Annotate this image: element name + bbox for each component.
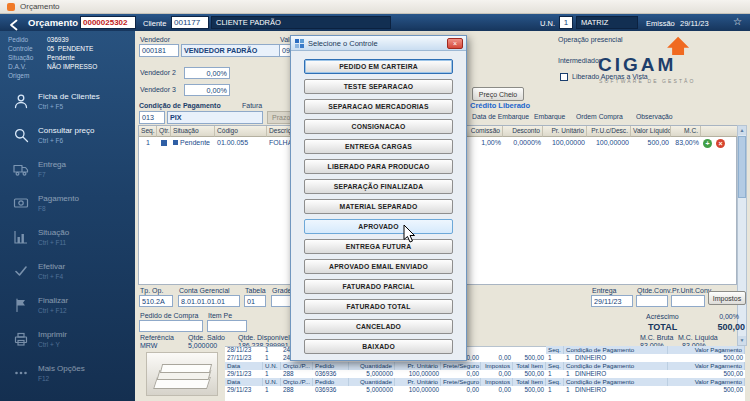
vendedor2-pct-field[interactable]: 0,00% [184,67,230,79]
cell: 0,00 [441,370,481,378]
option-baixado[interactable]: BAIXADO [304,339,453,354]
scroll-down-icon[interactable]: ▼ [738,336,746,345]
cell: 288 [281,370,313,378]
cell: 036936 [313,386,349,394]
option-faturado-parcial[interactable]: FATURADO PARCIAL [304,279,453,294]
pedido-compra-field[interactable] [139,320,203,332]
scroll-up-icon[interactable]: ▲ [738,126,746,135]
sidebar-item-efetivar[interactable]: EfetivarCtrl + F4 [0,255,135,289]
sidebar-item-entrega[interactable]: EntregaF7 [0,153,135,187]
cell: Frete/Seguro [441,362,481,370]
order-number-field[interactable]: 0000025302 [80,16,136,29]
vendedor3-pct-field[interactable]: 0,00% [184,84,230,96]
sidebar-item-ficha-de-clientes[interactable]: Ficha de ClientesCtrl + F5 [0,85,135,119]
cell: Embarque [532,113,574,120]
cell: Seq. [546,362,564,370]
option-pedido-em-carteira[interactable]: PEDIDO EM CARTEIRA [304,59,453,74]
remove-item-icon[interactable]: × [716,139,725,148]
option-cancelado[interactable]: CANCELADO [304,319,453,334]
cell [513,346,546,354]
item-pe-field[interactable] [207,320,247,332]
payment-header-cells: Seq.Condição de PagamentoValor Pagamento [546,378,745,386]
cell: Valor Pagamento [668,346,745,354]
vendedor-code-field[interactable]: 000181 [139,44,179,57]
option-faturado-total[interactable]: FATURADO TOTAL [304,299,453,314]
favorite-star-icon[interactable]: ☆ [733,16,742,27]
condicao-name-field[interactable]: PIX [167,111,263,124]
cell: 29/11/23 [225,370,263,378]
history-data-cells: 29/11/2312880369365,000000100,000000,000… [225,370,546,378]
entrega-field[interactable]: 29/11/23 [591,295,633,307]
preco-cheio-button[interactable]: Preço Cheio [472,87,524,101]
liberado-vista-checkbox[interactable] [560,73,568,81]
cigam-brand-text: CIGAM [598,54,676,76]
cell: 1 [263,346,281,354]
sidebar-item-consultar-preco[interactable]: Consultar preçoCtrl + F6 [0,119,135,153]
control-select-dialog: Selecione o Controle × PEDIDO EM CARTEIR… [290,35,467,361]
scrollbar-thumb[interactable] [738,136,746,198]
sidebar-item-imprimir[interactable]: ImprimirCtrl + Y [0,323,135,357]
acrescimo-label: Acréscimo [646,313,679,320]
cell-valor-liquido: 500,00 [631,137,671,149]
cell [481,346,513,354]
cell: 5,000000 [349,386,395,394]
option-material-separado[interactable]: MATERIAL SEPARADO [304,199,453,214]
tabela-field[interactable]: 01 [244,295,266,307]
controle-value: 05 PENDENTE [47,45,93,52]
check-icon [13,263,29,279]
cliente-code-field[interactable]: 001177 [171,16,209,29]
chart-icon [13,229,29,245]
cell: Pedido [313,362,349,370]
cell: 0,00 [481,370,513,378]
sidebar-menu: Ficha de ClientesCtrl + F5 Consultar pre… [0,85,135,391]
tp-op-field[interactable]: 510.2A [139,295,173,307]
sidebar-item-mais-opcoes[interactable]: Mais OpçõesF12 [0,357,135,391]
qtde-conv-field[interactable] [636,295,668,307]
pedido-compra-label: Pedido de Compra [140,312,198,319]
vendedor-name-field[interactable]: VENDEDOR PADRÃO [181,44,293,57]
pr-unit-conv-field[interactable] [671,295,705,307]
option-liberado-para-producao[interactable]: LIBERADO PARA PRODUCAO [304,159,453,174]
conta-gerencial-label: Conta Gerencial [179,287,230,294]
option-separacao-finalizada[interactable]: SEPARAÇÃO FINALIZADA [304,179,453,194]
cell: Pr. Unitário [543,126,587,137]
cell [701,126,738,137]
un-field[interactable]: 1 [559,16,573,29]
impostos-button[interactable]: Impostos [708,291,746,305]
payment-data-cells: 11 DINHEIRO500,00 [546,354,745,362]
option-aprovado-email-enviado[interactable]: APROVADO EMAIL ENVIADO [304,259,453,274]
cell: M.C. [671,126,701,137]
flag-icon [13,297,29,313]
cell: Seq. [139,126,157,137]
cigam-tagline: SOFTWARE DE GESTÃO [599,78,696,84]
cell: 1 [263,354,281,362]
sidebar-item-pagamento[interactable]: PagamentoF8 [0,187,135,221]
cell: Comissão [467,126,503,137]
option-aprovado[interactable]: APROVADO [304,219,453,234]
cell: 500,00 [668,370,745,378]
cell: Pr.U.c/Desc. [587,126,631,137]
history-header-cells: DataU.N.Orçto./P...PedidoQuantidadePr. U… [225,362,546,370]
payment-header-cells: Seq.Condição de PagamentoValor Pagamento [546,362,745,370]
pr-unit-conv-label: Pr.Unit.Conv. [672,287,713,294]
option-teste-separacao[interactable]: TESTE SEPARACAO [304,79,453,94]
cell: Impostos [481,378,513,386]
cell: 29/11/23 [225,386,263,394]
option-separacao-mercadorias[interactable]: SEPARACAO MERCADORIAS [304,99,453,114]
add-item-icon[interactable]: + [703,139,712,148]
sidebar-item-finalizar[interactable]: FinalizarCtrl + F12 [0,289,135,323]
dialog-titlebar[interactable]: Selecione o Controle × [291,36,466,51]
conta-gerencial-field[interactable]: 8.01.01.01.01 [178,295,240,307]
cell-situacao: Pendente [171,137,215,149]
cell: Condição de Pagamento [564,362,668,370]
condicao-code-field[interactable]: 013 [139,111,165,124]
cell-pr-unitario: 100,00000 [543,137,587,149]
cell: Orçto./P... [281,362,313,370]
option-consignacao[interactable]: CONSIGNACAO [304,119,453,134]
cell: 1 DINHEIRO [564,386,668,394]
sidebar-item-situacao[interactable]: SituaçãoCtrl + F11 [0,221,135,255]
cell: Quantidade [349,378,395,386]
dialog-close-icon[interactable]: × [447,38,463,49]
option-entrega-cargas[interactable]: ENTREGA CARGAS [304,139,453,154]
option-entrega-futura[interactable]: ENTREGA FUTURA [304,239,453,254]
